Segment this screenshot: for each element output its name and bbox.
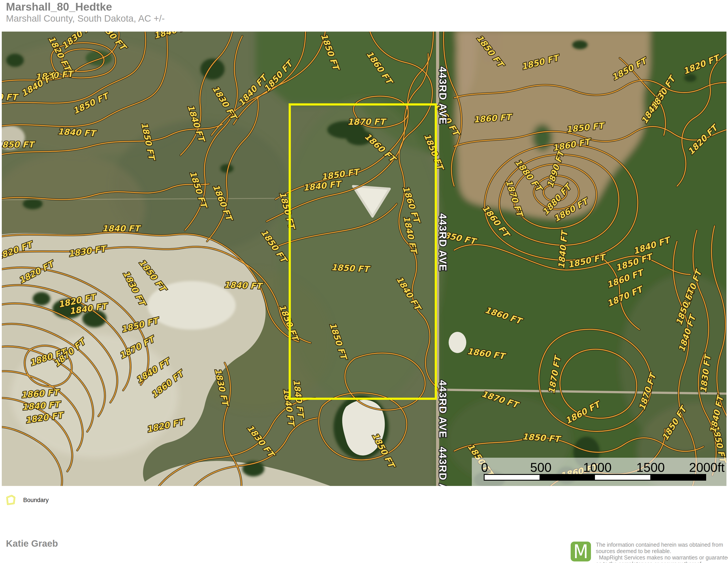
road-name-label: 443RD AVE <box>437 380 449 438</box>
map-canvas: 1820 FT1830 FT1830 FT1840 FT1830 FT1840 … <box>2 32 726 486</box>
disclaimer-line: MapRight Services makes no warranties or… <box>596 554 728 561</box>
contour-label: 1840 FT <box>57 127 97 138</box>
legend: Boundary <box>5 495 49 506</box>
contour-label: 1850 FT <box>2 140 36 149</box>
contour-label: 1840 FT <box>224 280 263 291</box>
disclaimer-line: sources deemed to be reliable. <box>596 548 728 554</box>
mapright-logo-letter: M <box>573 542 588 561</box>
road-name-label: 443RD AVE <box>437 66 449 124</box>
boundary-legend-icon <box>5 495 16 506</box>
scale-tick-label: 2000ft <box>689 460 724 475</box>
contour-label: 1830 FT <box>2 92 19 102</box>
road-name-label: 443RD AVE <box>437 213 449 271</box>
page-subtitle: Marshall County, South Dakota, AC +/- <box>6 13 165 24</box>
scale-tick-label: 500 <box>530 460 552 475</box>
contour-label: 1870 FT <box>348 117 387 127</box>
contour-label: 1840 FT <box>102 224 141 233</box>
scale-tick-label: 1000 <box>583 460 611 475</box>
author-name: Katie Graeb <box>6 538 58 549</box>
map-svg: 1820 FT1830 FT1830 FT1840 FT1830 FT1840 … <box>2 32 726 486</box>
mapright-logo: M <box>571 542 591 561</box>
page-title: Marshall_80_Hedtke <box>6 0 112 13</box>
disclaimer-line: as to the completeness or accuracy there… <box>596 561 728 563</box>
scale-bar: 0500100015002000ft <box>472 458 726 486</box>
contour-label: 1850 FT <box>331 262 371 274</box>
legend-item-label: Boundary <box>23 497 49 504</box>
contour-label: 1830 FT <box>210 84 239 122</box>
maprigh-map-export-page: { "header": { "title": "Marshall_80_Hedt… <box>0 0 728 563</box>
disclaimer-text: The information contained herein was obt… <box>596 542 728 563</box>
scale-tick-label: 1500 <box>636 460 665 475</box>
road-name-label: 443RD AVE <box>437 447 449 486</box>
disclaimer-line: The information contained herein was obt… <box>596 542 728 548</box>
contour-label: 1830 FT <box>245 423 277 460</box>
scale-tick-label: 0 <box>481 460 488 475</box>
credit-block: M The information contained herein was o… <box>571 542 728 563</box>
contour-label: 1840 FT <box>153 32 193 41</box>
